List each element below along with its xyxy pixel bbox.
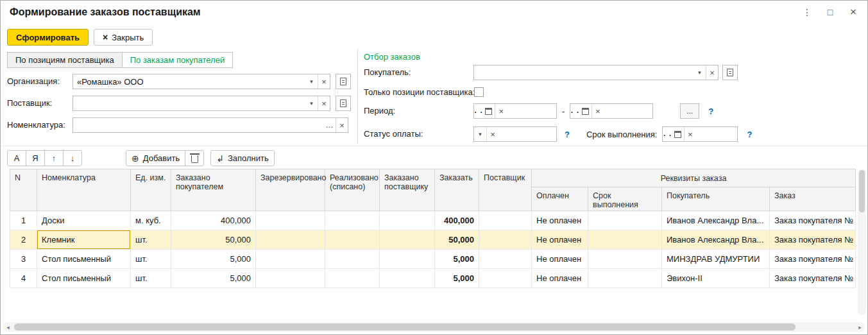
cell-ordered-to-supplier[interactable] — [380, 269, 435, 288]
column-header-supplier[interactable]: Поставщик — [479, 169, 532, 211]
cell-due[interactable] — [588, 269, 662, 288]
cell-order[interactable]: Заказ покупателя № — [770, 250, 856, 269]
cell-paid[interactable]: Не оплачен — [532, 269, 588, 288]
cell-ordered-to-supplier[interactable] — [380, 230, 435, 250]
cell-nomenclature[interactable]: Стол письменный — [37, 269, 131, 288]
cell-ordered-by-customer[interactable]: 5,000 — [171, 269, 256, 288]
column-header-to-order[interactable]: Заказать — [435, 169, 479, 211]
column-header-nomenclature[interactable]: Номенклатура — [37, 169, 131, 211]
vertical-scrollbar-thumb[interactable] — [859, 170, 865, 212]
calendar-icon[interactable] — [579, 104, 591, 118]
cell-ordered-to-supplier[interactable] — [380, 250, 435, 269]
column-header-order[interactable]: Заказ — [770, 187, 856, 211]
cell-customer[interactable]: МИНЗДРАВ УДМУРТИИ — [662, 250, 770, 269]
cell-customer[interactable]: Эвихон-II — [662, 269, 770, 288]
cell-reserved[interactable] — [256, 250, 325, 269]
cell-due[interactable] — [588, 230, 662, 250]
nomenclature-field[interactable]: … × — [72, 117, 348, 133]
choose-ellipsis-icon[interactable]: … — [323, 118, 336, 132]
clear-icon[interactable]: × — [706, 65, 718, 80]
horizontal-scrollbar[interactable]: ◂ ▸ — [3, 322, 865, 332]
due-date-value[interactable]: . . — [663, 127, 671, 141]
column-header-ordered-to-supplier[interactable]: Заказано поставщику — [380, 169, 435, 211]
scroll-right-icon[interactable]: ▸ — [855, 322, 865, 332]
column-header-paid[interactable]: Оплачен — [532, 187, 588, 211]
column-header-sold[interactable]: Реализовано (списано) — [325, 169, 380, 211]
cell-sold[interactable] — [325, 250, 380, 269]
vertical-scrollbar[interactable] — [858, 169, 866, 315]
cell-supplier[interactable] — [479, 269, 532, 288]
cell-to-order[interactable]: 50,000 — [435, 230, 479, 250]
cell-to-order[interactable]: 5,000 — [435, 269, 479, 288]
cell-n[interactable]: 3 — [10, 250, 37, 269]
kebab-menu-icon[interactable]: ⋮ — [799, 4, 815, 20]
cell-order[interactable]: Заказ покупателя № — [770, 269, 856, 288]
column-header-due[interactable]: Срок выполнения — [588, 187, 662, 211]
cell-order[interactable]: Заказ покупателя № — [770, 230, 856, 250]
clear-icon[interactable]: × — [318, 96, 330, 110]
move-down-button[interactable]: ↓ — [63, 150, 82, 166]
supplier-value[interactable] — [73, 96, 305, 110]
tab-by-customer-orders[interactable]: По заказам покупателей — [122, 52, 233, 68]
chevron-down-icon[interactable]: ▼ — [305, 96, 318, 110]
calendar-icon[interactable] — [482, 104, 495, 118]
sort-descending-button[interactable]: Я — [26, 150, 45, 166]
clear-icon[interactable]: × — [318, 74, 330, 89]
due-date-field[interactable]: . . × — [662, 126, 738, 142]
customer-open-button[interactable] — [722, 65, 738, 80]
due-date-help-link[interactable]: ? — [747, 130, 752, 139]
organization-field[interactable]: «Ромашка» ООО ▼ × — [72, 74, 330, 89]
cell-unit[interactable]: шт. — [131, 250, 171, 269]
period-to-field[interactable]: . . × — [570, 103, 653, 119]
sort-ascending-button[interactable]: А — [7, 150, 26, 166]
table-row[interactable]: 3Стол письменныйшт.5,0005,000Не оплаченМ… — [10, 250, 856, 269]
payment-status-field[interactable]: ▼ × — [473, 126, 557, 142]
clear-icon[interactable]: × — [684, 127, 696, 141]
cell-supplier[interactable] — [479, 230, 532, 250]
only-supplier-positions-checkbox[interactable] — [474, 87, 484, 97]
cell-ordered-by-customer[interactable]: 5,000 — [171, 250, 256, 269]
period-more-button[interactable]: ... — [680, 103, 699, 119]
customer-filter-value[interactable] — [474, 65, 694, 80]
cell-to-order[interactable]: 400,000 — [435, 211, 479, 230]
payment-status-help-link[interactable]: ? — [565, 130, 570, 139]
cell-paid[interactable]: Не оплачен — [532, 230, 588, 250]
cell-nomenclature[interactable]: Клемник — [37, 230, 131, 250]
column-header-reserved[interactable]: Зарезервировано — [256, 169, 325, 211]
cell-nomenclature[interactable]: Стол письменный — [37, 250, 131, 269]
maximize-icon[interactable]: □ — [822, 4, 838, 20]
chevron-down-icon[interactable]: ▼ — [694, 65, 706, 80]
cell-to-order[interactable]: 5,000 — [435, 250, 479, 269]
table-row[interactable]: 2Клемникшт.50,00050,000Не оплаченИванов … — [10, 230, 856, 250]
cell-due[interactable] — [588, 211, 662, 230]
chevron-down-icon[interactable]: ▼ — [305, 74, 318, 89]
cell-supplier[interactable] — [479, 211, 532, 230]
clear-icon[interactable]: × — [591, 104, 604, 118]
cell-ordered-to-supplier[interactable] — [380, 211, 435, 230]
cell-n[interactable]: 1 — [10, 211, 37, 230]
cell-paid[interactable]: Не оплачен — [532, 250, 588, 269]
clear-icon[interactable]: × — [336, 118, 348, 132]
cell-nomenclature[interactable]: Доски — [37, 211, 131, 230]
period-from-field[interactable]: . . × — [473, 103, 557, 119]
organization-open-button[interactable] — [336, 74, 351, 89]
cell-ordered-by-customer[interactable]: 400,000 — [171, 211, 256, 230]
period-from-value[interactable]: . . — [474, 104, 482, 118]
clear-icon[interactable]: × — [486, 127, 498, 141]
cell-n[interactable]: 2 — [10, 230, 37, 250]
add-row-button[interactable]: ⊕Добавить — [126, 150, 185, 166]
table-row[interactable]: 1Доским. куб.400,000400,000Не оплаченИва… — [10, 211, 856, 230]
generate-button[interactable]: Сформировать — [7, 29, 89, 46]
cell-customer[interactable]: Иванов Александр Вла... — [662, 230, 770, 250]
clear-icon[interactable]: × — [495, 104, 507, 118]
tab-by-supplier-positions[interactable]: По позициям поставщика — [7, 52, 123, 68]
cell-unit[interactable]: м. куб. — [131, 211, 171, 230]
column-header-n[interactable]: N — [10, 169, 37, 211]
period-to-value[interactable]: . . — [570, 104, 579, 118]
supplier-field[interactable]: ▼ × — [72, 96, 330, 111]
column-header-ordered-by-customer[interactable]: Заказано покупателем — [171, 169, 256, 211]
fill-button[interactable]: ↲Заполнить — [210, 150, 275, 166]
cell-sold[interactable] — [325, 230, 380, 250]
supplier-open-button[interactable] — [336, 96, 351, 111]
cell-reserved[interactable] — [256, 230, 325, 250]
